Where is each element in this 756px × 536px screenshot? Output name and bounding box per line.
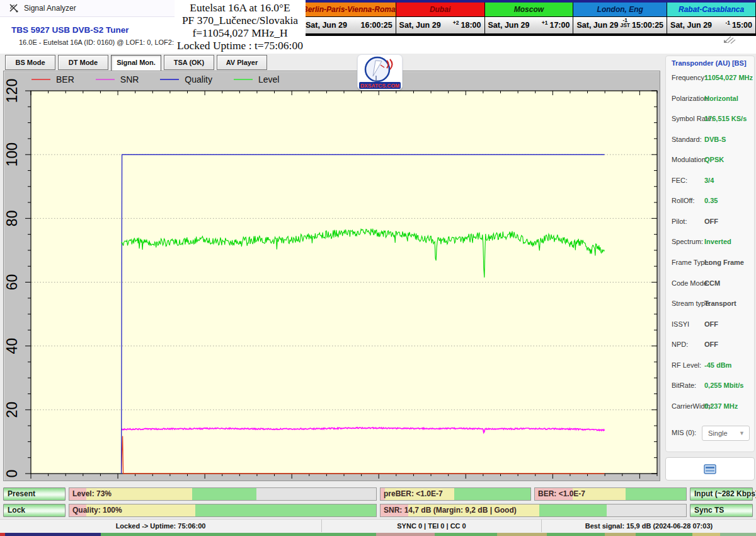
transponder-row-value: 0,255 Mbit/s — [704, 382, 743, 389]
preber-progress: preBER: <1.0E-7 — [380, 487, 531, 501]
progress-label: Level: 73% — [72, 488, 112, 500]
transponder-row-value: 11054,027 MHz — [704, 74, 753, 81]
clock-utc-offset: -1 — [725, 20, 730, 25]
strip-segment-2 — [101, 533, 376, 536]
level-progress: Level: 73% — [69, 487, 377, 501]
world-clocks: Berlin-Paris-Vienna-RomaSat, Jun 2916:00… — [302, 0, 756, 36]
mis-label: MIS (0): — [672, 429, 696, 436]
window-title: Signal Analyzer — [24, 4, 76, 13]
legend-label: BER — [56, 74, 74, 84]
tab-av-player[interactable]: AV Player — [217, 55, 267, 70]
transponder-row-modulation: Modulation:QPSK — [666, 156, 754, 166]
legend-item-level: Level — [234, 74, 279, 84]
progress-segment — [573, 488, 626, 500]
y-axis-label-100: 100 — [4, 143, 20, 166]
clock-city-label: Dubai — [396, 3, 484, 17]
tab-bs-mode[interactable]: BS Mode — [5, 55, 55, 70]
progress-segment — [381, 488, 385, 500]
transponder-row-value: Long Frame — [704, 259, 744, 266]
transponder-row-code-mode: Code Mode:CCM — [666, 279, 754, 289]
progress-segment — [539, 504, 607, 516]
progress-segment — [86, 504, 195, 516]
transponder-row-value: 0.35 — [704, 197, 718, 204]
transponder-row-pilot: Pilot:OFF — [666, 218, 754, 228]
chevron-down-icon: ▼ — [739, 426, 745, 440]
strip-segment-10 — [720, 533, 756, 536]
clock-date: Sat, Jun 29 — [306, 21, 347, 30]
transponder-row-standard: Standard:DVB-S — [666, 136, 754, 146]
strip-segment-7 — [605, 533, 636, 536]
tab-tsa-ok[interactable]: TSA (OK) — [164, 55, 214, 70]
transponder-row-value: 176,515 KS/s — [704, 115, 747, 122]
transponder-row-value: QPSK — [704, 156, 724, 163]
legend-item-quality: Quality — [160, 74, 212, 84]
legend-label: Quality — [185, 74, 212, 84]
strip-segment-8 — [636, 533, 692, 536]
transponder-row-label: NPD: — [672, 341, 688, 348]
tuner-title: TBS 5927 USB DVB-S2 Tuner — [11, 25, 129, 35]
transponder-row-issyi: ISSYIOFF — [666, 320, 754, 330]
transponder-row-value: Transport — [704, 300, 736, 307]
tab-dt-mode[interactable]: DT Mode — [58, 55, 108, 70]
transponder-row-value: OFF — [704, 341, 718, 348]
clock-time-value: 17:00 — [549, 21, 570, 30]
transport-stream-button[interactable] — [665, 457, 755, 481]
overlay-line-2: PF 370_Lučenec/Slovakia — [175, 14, 306, 26]
overlay-line-3: f=11054,027 MHz_H — [175, 26, 306, 39]
transponder-row-fec: FEC:3/4 — [666, 177, 754, 187]
signal-chart: 020406080100120 — [4, 71, 660, 481]
transponder-row-label: Pilot: — [672, 218, 687, 225]
transport-stream-icon — [704, 464, 716, 474]
clock-berlin-paris-vienna-roma: Berlin-Paris-Vienna-RomaSat, Jun 2916:00… — [302, 3, 396, 36]
lock-indicator: Lock — [3, 504, 66, 517]
legend-item-snr: SNR — [96, 74, 139, 84]
strip-segment-3 — [376, 533, 435, 536]
mis-select[interactable]: Single ▼ — [702, 426, 750, 441]
transponder-row-frame-type: Frame Type:Long Frame — [666, 259, 754, 269]
transponder-row-rolloff: RollOff:0.35 — [666, 197, 754, 207]
input-bitrate-indicator: Input (~282 Kbps) — [690, 487, 753, 501]
progress-segment — [385, 488, 454, 500]
clock-time-value: 15:00:25 — [632, 21, 663, 30]
mis-selected-value: Single — [708, 429, 728, 437]
progress-segment — [86, 488, 192, 500]
legend-line-quality — [160, 79, 179, 80]
legend-label: SNR — [120, 74, 139, 84]
offset-sub: JST — [620, 23, 630, 28]
tab-signal-mon[interactable]: Signal Mon. — [111, 55, 161, 71]
transponder-row-value: 0,237 MHz — [704, 402, 738, 410]
y-axis-label-0: 0 — [4, 470, 20, 478]
progress-segment — [408, 504, 540, 516]
clock-date: Sat, Jun 29 — [670, 21, 712, 30]
progress-label: Quality: 100% — [72, 504, 122, 516]
clock-date: Sat, Jun 29 — [488, 21, 530, 30]
transponder-row-value: CCM — [704, 279, 720, 287]
header-area: Signal Analyzer TBS 5927 USB DVB-S2 Tune… — [0, 0, 756, 54]
y-axis-label-120: 120 — [4, 79, 20, 103]
status-best-signal: Best signal: 15,9 dB (2024-06-28 07:03) — [542, 520, 756, 532]
progress-segment — [69, 488, 86, 500]
transponder-row-npd: NPD:OFF — [666, 341, 754, 351]
legend-line-ber — [32, 79, 50, 80]
transponder-row-rf-level: RF Level:-45 dBm — [666, 361, 754, 371]
transponder-row-value: DVB-S — [704, 136, 726, 143]
signal-analyzer-window: Signal Analyzer TBS 5927 USB DVB-S2 Tune… — [0, 0, 756, 536]
progress-segment — [626, 488, 686, 500]
transponder-row-value: Inverted — [704, 238, 731, 245]
legend-line-level — [234, 79, 253, 80]
strip-segment-5 — [497, 533, 547, 536]
transponder-row-label: BitRate: — [672, 382, 696, 389]
progress-segment — [195, 504, 376, 516]
clock-date: Sat, Jun 29 — [399, 21, 441, 30]
transponder-panel: Transponder (AU) [BS] Frequency:11054,02… — [665, 55, 755, 452]
mis-row: MIS (0): Single ▼ — [666, 426, 754, 442]
dxsatcs-logo-text: DXSATCS.COM — [360, 83, 399, 89]
satellite-info-overlay: Eutelsat 16A at 16.0°E PF 370_Lučenec/Sl… — [175, 0, 306, 54]
transponder-row-value: OFF — [704, 218, 718, 225]
present-indicator: Present — [3, 487, 66, 501]
snr-progress: SNR: 14,7 dB (Margin: 9,2 dB | Good) — [380, 504, 687, 517]
dxsatcs-logo-image: DXSATCS.COM — [358, 55, 402, 90]
mode-tabs: BS ModeDT ModeSignal Mon.TSA (OK)AV Play… — [5, 55, 267, 71]
ber-progress: BER: <1.0E-7 — [534, 487, 687, 501]
transponder-row-stream-type: Stream type:Transport — [666, 300, 754, 310]
